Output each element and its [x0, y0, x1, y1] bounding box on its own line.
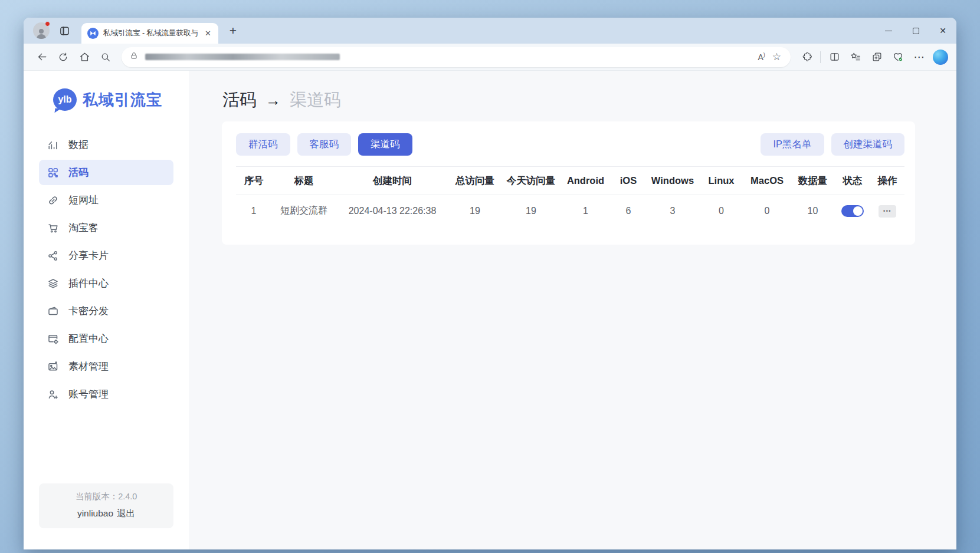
extensions-button[interactable] [797, 47, 817, 67]
cell-windows: 3 [646, 195, 699, 227]
cell-linux: 0 [699, 195, 743, 227]
sidebar-item-material[interactable]: 素材管理 [39, 354, 173, 379]
minimize-button[interactable] [875, 18, 902, 44]
sidebar-item-plugin-center[interactable]: 插件中心 [39, 271, 173, 296]
col-title: 标题 [271, 167, 336, 195]
browser-tab[interactable]: 私域引流宝 - 私域流量获取与维护 ✕ [81, 23, 218, 44]
sidebar-item-card-distribution[interactable]: 卡密分发 [39, 298, 173, 324]
favorites-button[interactable] [845, 47, 866, 67]
cell-today: 19 [502, 195, 561, 227]
cell-seq: 1 [236, 195, 271, 227]
add-favorite-star-button[interactable]: ☆ [770, 51, 787, 63]
sidebar-item-data[interactable]: 数据 [39, 132, 173, 157]
url-bar[interactable]: A) ☆ [122, 47, 791, 67]
cell-total: 19 [448, 195, 502, 227]
sidebar-item-label: 素材管理 [68, 360, 109, 373]
redacted-url [145, 54, 340, 60]
tab-actions-button[interactable] [54, 21, 74, 41]
person-plus-icon [47, 389, 59, 400]
create-channel-code-button[interactable]: 创建渠道码 [831, 133, 905, 156]
cell-title: 短剧交流群 [271, 195, 336, 227]
window-gear-icon [47, 333, 59, 345]
toolbar-divider [820, 51, 821, 63]
version-box: 当前版本：2.4.0 yinliubao退出 [39, 483, 173, 528]
share-icon [47, 250, 59, 262]
sidebar-item-label: 数据 [68, 138, 89, 152]
split-screen-button[interactable] [824, 47, 844, 67]
app-logo: ylb 私域引流宝 [53, 88, 189, 111]
cell-actions: ••• [870, 195, 904, 227]
col-android: Android [561, 167, 611, 195]
channel-code-card: 群活码 客服码 渠道码 IP黑名单 创建渠道码 序号 [222, 121, 915, 245]
col-today-visits: 今天访问量 [502, 167, 561, 195]
close-window-button[interactable]: ✕ [929, 18, 956, 44]
qr-code-icon [47, 167, 59, 179]
back-button[interactable] [32, 47, 52, 67]
sidebar-item-account[interactable]: 账号管理 [39, 381, 173, 407]
sidebar-item-config-center[interactable]: 配置中心 [39, 326, 173, 351]
sidebar: ylb 私域引流宝 数据 活码 短网址 淘宝客 [24, 71, 189, 549]
sidebar-item-label: 卡密分发 [68, 304, 109, 318]
browser-window: 私域引流宝 - 私域流量获取与维护 ✕ + ✕ A) [24, 18, 956, 549]
cell-ios: 6 [611, 195, 646, 227]
table-row: 1 短剧交流群 2024-04-13 22:26:38 19 19 1 6 3 … [236, 195, 904, 227]
breadcrumb-parent[interactable]: 活码 [222, 88, 257, 112]
browser-toolbar: A) ☆ ⋯ [24, 44, 956, 71]
sidebar-item-label: 账号管理 [68, 387, 109, 401]
cell-created: 2024-04-13 22:26:38 [336, 195, 448, 227]
arrow-right-icon: → [266, 91, 281, 110]
cell-macos: 0 [743, 195, 791, 227]
sidebar-item-share-card[interactable]: 分享卡片 [39, 243, 173, 268]
cell-status [835, 195, 870, 227]
sidebar-item-label: 插件中心 [68, 276, 109, 290]
read-aloud-button[interactable]: A) [753, 52, 769, 62]
tab-title: 私域引流宝 - 私域流量获取与维护 [103, 28, 198, 38]
tab-group-live-code[interactable]: 群活码 [236, 133, 290, 156]
tab-channel-code[interactable]: 渠道码 [358, 133, 412, 156]
collections-button[interactable] [867, 47, 887, 67]
cell-android: 1 [561, 195, 611, 227]
browser-essentials-button[interactable] [888, 47, 908, 67]
sidebar-item-label: 分享卡片 [68, 249, 109, 262]
layers-icon [47, 278, 59, 289]
image-icon [47, 361, 59, 373]
breadcrumb: 活码 → 渠道码 [222, 88, 956, 112]
sidebar-item-label: 配置中心 [68, 332, 109, 345]
maximize-button[interactable] [902, 18, 929, 44]
version-text: 当前版本：2.4.0 [44, 491, 169, 502]
tab-service-code[interactable]: 客服码 [297, 133, 352, 156]
window-controls: ✕ [875, 18, 956, 44]
lock-icon [130, 51, 138, 62]
breadcrumb-current: 渠道码 [290, 88, 341, 112]
sidebar-item-label: 短网址 [68, 193, 99, 207]
bar-chart-icon [47, 139, 59, 151]
tab-close-button[interactable]: ✕ [202, 28, 214, 39]
app-content: ylb 私域引流宝 数据 活码 短网址 淘宝客 [24, 71, 956, 549]
col-data-count: 数据量 [791, 167, 835, 195]
logout-link[interactable]: 退出 [117, 508, 135, 518]
col-macos: MacOS [743, 167, 791, 195]
logo-text: 私域引流宝 [83, 90, 162, 110]
wallet-icon [47, 305, 59, 317]
new-tab-button[interactable]: + [224, 22, 242, 40]
ip-blacklist-button[interactable]: IP黑名单 [761, 133, 824, 156]
toggle-knob-icon [853, 206, 863, 216]
sidebar-item-live-code[interactable]: 活码 [39, 160, 173, 185]
settings-more-button[interactable]: ⋯ [909, 47, 929, 67]
col-linux: Linux [699, 167, 743, 195]
site-favicon-icon [87, 28, 99, 39]
col-seq: 序号 [236, 167, 271, 195]
profile-button[interactable] [33, 22, 50, 39]
copilot-button[interactable] [933, 50, 948, 65]
row-more-actions-button[interactable]: ••• [879, 205, 896, 218]
cart-icon [47, 222, 59, 234]
col-total-visits: 总访问量 [448, 167, 502, 195]
sidebar-item-taobao[interactable]: 淘宝客 [39, 215, 173, 241]
link-icon [47, 195, 59, 206]
home-button[interactable] [74, 47, 94, 67]
refresh-button[interactable] [53, 47, 73, 67]
table-header-row: 序号 标题 创建时间 总访问量 今天访问量 Android iOS Window… [236, 167, 904, 195]
status-toggle[interactable] [841, 205, 864, 217]
sidebar-item-short-url[interactable]: 短网址 [39, 187, 173, 213]
search-button[interactable] [96, 47, 116, 67]
